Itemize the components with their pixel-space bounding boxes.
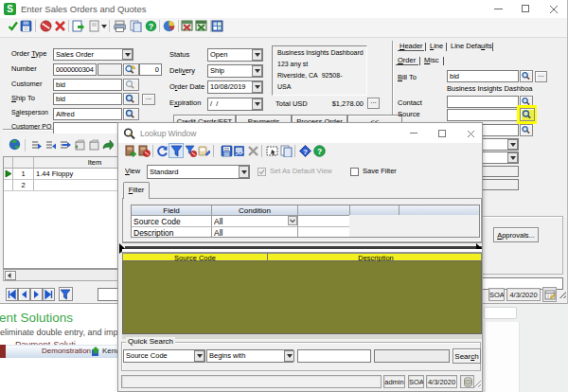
svg-text:?: ? — [149, 22, 154, 31]
svg-text:?: ? — [303, 148, 308, 156]
svg-text:?: ? — [317, 147, 322, 156]
